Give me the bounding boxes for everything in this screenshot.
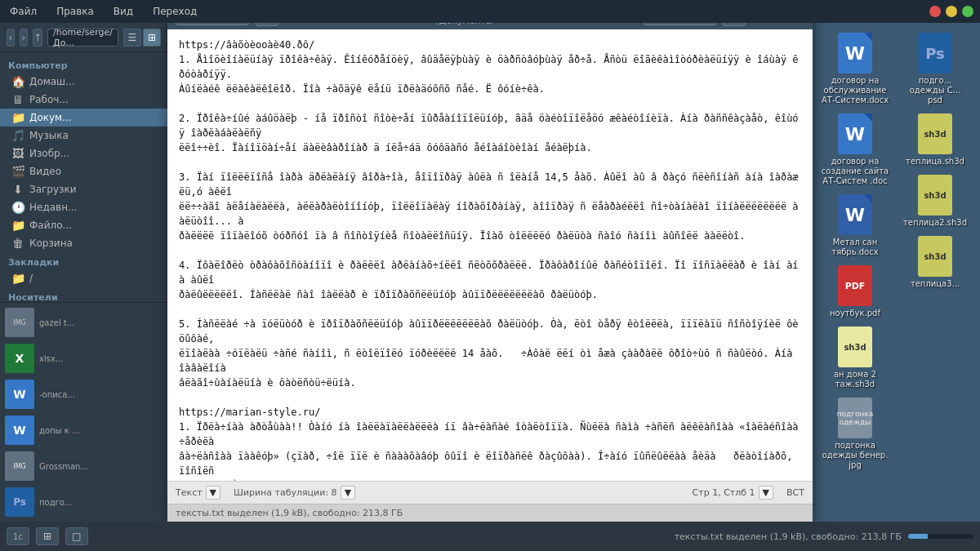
desktop-icon-metal[interactable]: Метал сантябрь.docx	[816, 191, 894, 260]
desktop-icon-greenhouse1[interactable]: sh3d теплица.sh3d	[896, 110, 974, 170]
fm-thumb-item6[interactable]: Ps подго...	[5, 486, 163, 518]
video-icon: 🎬	[11, 165, 24, 178]
desktop-icon-house[interactable]: sh3d ан дома 2таж.sh3d	[816, 323, 894, 393]
cursor-position: Стр 1, Стлб 1 ▼	[693, 486, 773, 500]
view-buttons: ☰ ⊞	[123, 29, 161, 47]
sidebar-item-music[interactable]: 🎵 Музыка	[0, 127, 167, 144]
tab-width-selector[interactable]: Ширина табуляции: 8 ▼	[234, 486, 355, 500]
sidebar-item-video[interactable]: 🎬 Видео	[0, 162, 167, 180]
right-desktop-area: договор наобслуживаниеАТ-Систем.docx дог…	[813, 23, 980, 522]
taskbar-item-2[interactable]: ⊞	[36, 527, 59, 545]
fm-sidebar: Компьютер 🏠 Домаш... 🖥 Рабоч... 📁 Докум.…	[0, 52, 167, 302]
sidebar-item-files[interactable]: 📁 Файло...	[0, 216, 167, 234]
section-media: Носители	[0, 287, 167, 302]
menu-view[interactable]: Вид	[110, 4, 136, 19]
fm-thumb-item3[interactable]: W -описа...	[5, 378, 163, 411]
section-computer: Компьютер	[0, 56, 167, 73]
sidebar-item-documents[interactable]: 📁 Докум...	[0, 109, 167, 127]
menu-go[interactable]: Переход	[149, 4, 200, 19]
desktop-icon-greenhouse2[interactable]: sh3d теплица2.sh3d	[896, 171, 974, 231]
music-icon: 🎵	[11, 129, 24, 142]
tab-width-dropdown[interactable]: ▼	[341, 486, 355, 500]
downloads-icon: ⬇	[11, 183, 24, 196]
section-bookmarks: Закладки	[0, 252, 167, 269]
desktop-icon-clothes[interactable]: подгонкаодежды подгонкаодежды бенер.jpg	[816, 394, 894, 473]
path-bar[interactable]: /home/serge/До...	[47, 29, 118, 47]
recent-icon: 🕐	[11, 201, 24, 214]
nav-back-button[interactable]: ‹	[7, 29, 15, 47]
editor-bottom-status: тексты.txt выделен (1,9 kB), свободно: 2…	[167, 504, 813, 522]
sidebar-item-recent[interactable]: 🕐 Недавн...	[0, 198, 167, 216]
menu-file[interactable]: Файл	[7, 4, 40, 19]
desktop-icon-contract1[interactable]: договор наобслуживаниеАТ-Систем.docx	[816, 29, 894, 109]
cursor-dropdown[interactable]: ▼	[759, 486, 773, 500]
desktop-icon-notebook[interactable]: ноутбук.pdf	[816, 262, 894, 322]
file-manager: ‹ › ↑ /home/serge/До... ☰ ⊞ Компьютер 🏠 …	[0, 0, 167, 522]
taskbar-progress-fill	[908, 534, 928, 539]
desktop-icon-contract2[interactable]: договор насоздание сайтаАТ-Систем .doc	[816, 110, 894, 189]
editor-content[interactable]: https://âàõòèooàè40.ðô/ 1. Åìîöèîíàëüíàÿ…	[167, 29, 813, 481]
editor-statusbar: Текст ▼ Ширина табуляции: 8 ▼ Стр 1, Стл…	[167, 481, 813, 504]
desktop-icon-psd[interactable]: подго...одежды С...psd	[896, 29, 974, 109]
fm-toolbar: ‹ › ↑ /home/serge/До... ☰ ⊞	[0, 23, 167, 52]
trash-icon: 🗑	[11, 237, 24, 250]
taskbar-progress	[908, 534, 973, 539]
taskbar-status-text: тексты.txt выделен (1,9 kB), свободно: 2…	[675, 531, 902, 542]
fm-thumb-item5[interactable]: IMG Grossman...	[5, 450, 163, 482]
sidebar-item-desktop[interactable]: 🖥 Рабоч...	[0, 91, 167, 109]
nav-up-button[interactable]: ↑	[33, 29, 42, 47]
text-editor-window: Открыть ▼ 🖼 тексты.txt ~/Документы Сохра…	[167, 0, 813, 522]
tl-red[interactable]	[929, 6, 941, 17]
list-view-button[interactable]: ☰	[123, 29, 141, 47]
encoding-indicator: ВСТ	[786, 487, 804, 498]
fm-thumb-item1[interactable]: IMG gazel t...	[5, 306, 163, 339]
grid-view-button[interactable]: ⊞	[143, 29, 161, 47]
sidebar-item-images[interactable]: 🖼 Изобр...	[0, 144, 167, 162]
sidebar-item-home[interactable]: 🏠 Домаш...	[0, 73, 167, 91]
images-icon: 🖼	[11, 147, 24, 160]
format-selector[interactable]: Текст ▼	[176, 486, 220, 500]
sidebar-item-root[interactable]: 📁 /	[0, 269, 167, 287]
taskbar: 1с ⊞ □ тексты.txt выделен (1,9 kB), своб…	[0, 522, 980, 551]
desktop-icon: 🖥	[11, 93, 24, 106]
tl-green[interactable]	[962, 6, 973, 17]
fm-thumb-item2[interactable]: X xlsx...	[5, 342, 163, 375]
sidebar-item-downloads[interactable]: ⬇ Загрузки	[0, 180, 167, 198]
nav-forward-button[interactable]: ›	[20, 29, 28, 47]
documents-icon: 📁	[11, 111, 24, 124]
fm-thumb-item4[interactable]: W допы к ...	[5, 414, 163, 447]
traffic-lights	[929, 6, 973, 17]
home-icon: 🏠	[11, 75, 24, 88]
taskbar-item-1c[interactable]: 1с	[7, 527, 29, 545]
folder-icon: 📁	[11, 272, 24, 285]
desktop-icon-greenhouse3[interactable]: sh3d теплица3...	[896, 233, 974, 292]
tl-yellow[interactable]	[946, 6, 957, 17]
menu-edit[interactable]: Правка	[53, 4, 97, 19]
format-dropdown[interactable]: ▼	[206, 486, 220, 500]
taskbar-item-3[interactable]: □	[65, 527, 88, 545]
files-icon: 📁	[11, 219, 24, 232]
menu-bar: Файл Правка Вид Переход	[0, 0, 980, 23]
sidebar-item-trash[interactable]: 🗑 Корзина	[0, 234, 167, 252]
